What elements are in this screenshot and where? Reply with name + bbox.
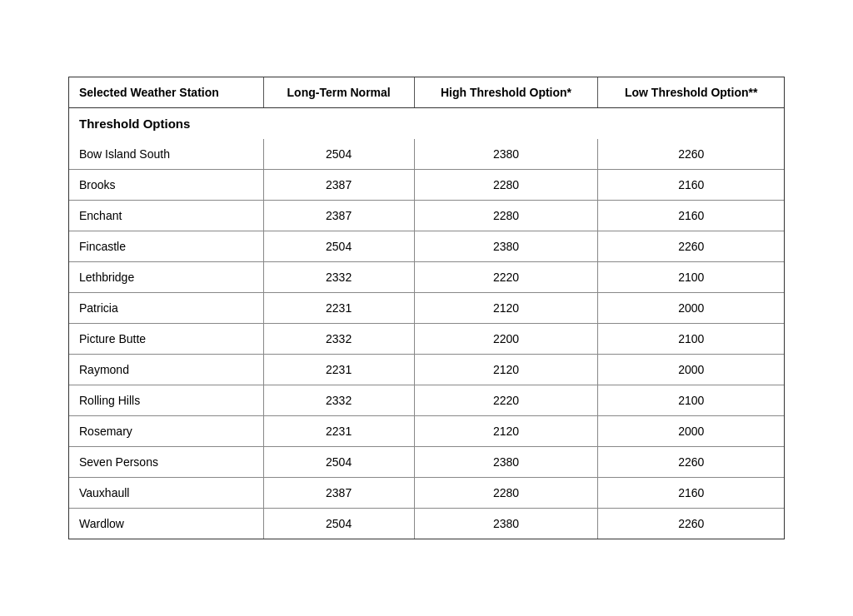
cell-station: Brooks [69, 170, 263, 201]
cell-high: 2280 [414, 478, 598, 509]
cell-low: 2100 [598, 324, 784, 355]
table-body: Bow Island South250423802260Brooks238722… [69, 139, 784, 539]
col-header-station: Selected Weather Station [69, 77, 263, 108]
cell-longterm: 2387 [263, 478, 414, 509]
table-row: Rolling Hills233222202100 [69, 385, 784, 416]
cell-longterm: 2231 [263, 293, 414, 324]
table-row: Wardlow250423802260 [69, 509, 784, 539]
cell-high: 2120 [414, 416, 598, 447]
threshold-table-container: Threshold Options Selected Weather Stati… [68, 77, 785, 539]
col-header-high: High Threshold Option* [414, 77, 598, 108]
cell-low: 2000 [598, 293, 784, 324]
cell-high: 2280 [414, 170, 598, 201]
cell-high: 2380 [414, 447, 598, 478]
cell-station: Picture Butte [69, 324, 263, 355]
cell-station: Patricia [69, 293, 263, 324]
cell-station: Rolling Hills [69, 385, 263, 416]
header-row: Selected Weather Station Long-Term Norma… [69, 77, 784, 108]
cell-high: 2380 [414, 509, 598, 539]
cell-longterm: 2332 [263, 324, 414, 355]
cell-high: 2120 [414, 293, 598, 324]
cell-longterm: 2504 [263, 447, 414, 478]
cell-low: 2000 [598, 416, 784, 447]
table-row: Seven Persons250423802260 [69, 447, 784, 478]
cell-low: 2260 [598, 509, 784, 539]
cell-longterm: 2231 [263, 355, 414, 385]
cell-low: 2160 [598, 201, 784, 231]
cell-high: 2280 [414, 201, 598, 231]
cell-low: 2100 [598, 262, 784, 293]
table-row: Picture Butte233222002100 [69, 324, 784, 355]
cell-station: Raymond [69, 355, 263, 385]
cell-high: 2380 [414, 231, 598, 262]
cell-low: 2260 [598, 139, 784, 170]
cell-longterm: 2231 [263, 416, 414, 447]
cell-low: 2260 [598, 447, 784, 478]
cell-longterm: 2504 [263, 231, 414, 262]
cell-high: 2200 [414, 324, 598, 355]
cell-longterm: 2504 [263, 139, 414, 170]
threshold-table: Threshold Options Selected Weather Stati… [69, 77, 784, 539]
cell-station: Fincastle [69, 231, 263, 262]
cell-high: 2120 [414, 355, 598, 385]
col-header-low: Low Threshold Option** [598, 77, 784, 108]
table-row: Fincastle250423802260 [69, 231, 784, 262]
cell-longterm: 2387 [263, 201, 414, 231]
cell-station: Bow Island South [69, 139, 263, 170]
cell-low: 2160 [598, 478, 784, 509]
table-row: Vauxhaull238722802160 [69, 478, 784, 509]
table-row: Rosemary223121202000 [69, 416, 784, 447]
table-row: Bow Island South250423802260 [69, 139, 784, 170]
table-row: Lethbridge233222202100 [69, 262, 784, 293]
cell-low: 2000 [598, 355, 784, 385]
cell-low: 2100 [598, 385, 784, 416]
cell-high: 2220 [414, 385, 598, 416]
cell-station: Vauxhaull [69, 478, 263, 509]
table-row: Enchant238722802160 [69, 201, 784, 231]
cell-longterm: 2504 [263, 509, 414, 539]
cell-station: Wardlow [69, 509, 263, 539]
cell-low: 2160 [598, 170, 784, 201]
cell-longterm: 2332 [263, 385, 414, 416]
cell-station: Enchant [69, 201, 263, 231]
cell-station: Seven Persons [69, 447, 263, 478]
cell-station: Rosemary [69, 416, 263, 447]
cell-high: 2220 [414, 262, 598, 293]
table-row: Patricia223121202000 [69, 293, 784, 324]
cell-high: 2380 [414, 139, 598, 170]
table-row: Brooks238722802160 [69, 170, 784, 201]
cell-station: Lethbridge [69, 262, 263, 293]
table-title-row: Threshold Options [69, 108, 784, 140]
table-title: Threshold Options [69, 108, 784, 140]
table-row: Raymond223121202000 [69, 355, 784, 385]
table-header: Selected Weather Station Long-Term Norma… [69, 77, 784, 108]
col-header-longterm: Long-Term Normal [263, 77, 414, 108]
cell-longterm: 2387 [263, 170, 414, 201]
cell-longterm: 2332 [263, 262, 414, 293]
cell-low: 2260 [598, 231, 784, 262]
